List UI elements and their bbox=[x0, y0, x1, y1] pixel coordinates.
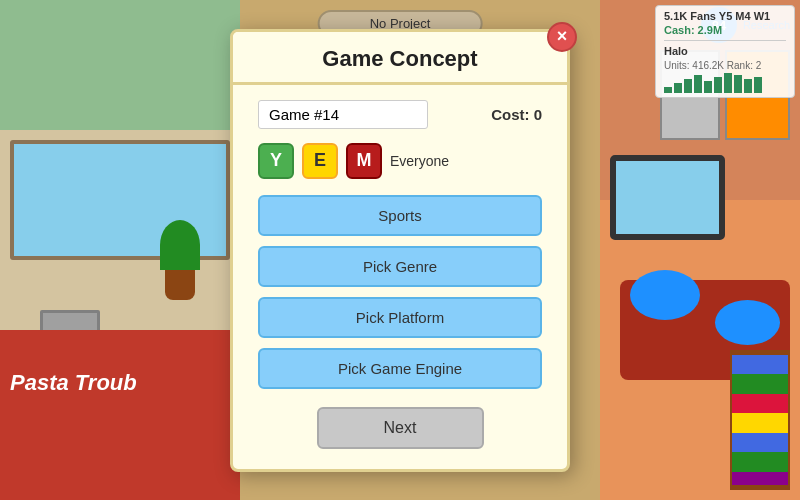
bar-7 bbox=[724, 73, 732, 93]
rating-m-button[interactable]: M bbox=[346, 143, 382, 179]
bar-2 bbox=[674, 83, 682, 93]
game-name-row: Cost: 0 bbox=[258, 100, 542, 129]
bar-8 bbox=[734, 75, 742, 93]
store-name: Pasta Troub bbox=[10, 370, 137, 396]
bar-3 bbox=[684, 79, 692, 93]
rating-y-label: Y bbox=[270, 150, 282, 171]
close-button[interactable]: × bbox=[547, 22, 577, 52]
chair2 bbox=[715, 300, 780, 345]
next-button[interactable]: Next bbox=[317, 407, 484, 449]
engine-button[interactable]: Pick Game Engine bbox=[258, 348, 542, 389]
game-name-input[interactable] bbox=[258, 100, 428, 129]
chair1 bbox=[630, 270, 700, 320]
bar-4 bbox=[694, 75, 702, 93]
left-room: Pasta Troub bbox=[0, 0, 240, 500]
rating-m-label: M bbox=[357, 150, 372, 171]
stats-game-name: Halo bbox=[664, 45, 688, 57]
stats-game-sub: Units: 416.2K Rank: 2 bbox=[664, 60, 761, 71]
bar-9 bbox=[744, 79, 752, 93]
stats-fans: 5.1K Fans Y5 M4 W1 bbox=[664, 10, 770, 22]
platform-label: Pick Platform bbox=[356, 309, 444, 326]
modal-title: Game Concept bbox=[322, 46, 477, 71]
bar-10 bbox=[754, 77, 762, 93]
modal-body: Cost: 0 Y E M Everyone Sports bbox=[233, 85, 567, 389]
bar-6 bbox=[714, 77, 722, 93]
stats-panel: 5.1K Fans Y5 M4 W1 Cash: 2.9M Halo Units… bbox=[655, 5, 795, 98]
game-concept-modal: × Game Concept Cost: 0 Y E M bbox=[230, 29, 570, 472]
rating-e-label: E bbox=[314, 150, 326, 171]
bar-5 bbox=[704, 81, 712, 93]
topic-button[interactable]: Sports bbox=[258, 195, 542, 236]
left-wall-red bbox=[0, 330, 240, 500]
rating-row: Y E M Everyone bbox=[258, 143, 542, 179]
genre-button[interactable]: Pick Genre bbox=[258, 246, 542, 287]
rating-y-button[interactable]: Y bbox=[258, 143, 294, 179]
close-icon: × bbox=[557, 26, 568, 47]
tv-screen bbox=[610, 155, 725, 240]
rating-e-button[interactable]: E bbox=[302, 143, 338, 179]
platform-button[interactable]: Pick Platform bbox=[258, 297, 542, 338]
halo-chart bbox=[664, 73, 786, 93]
plant bbox=[160, 220, 200, 300]
stats-cash: Cash: 2.9M bbox=[664, 24, 722, 36]
bar-1 bbox=[664, 87, 672, 93]
rating-everyone-label: Everyone bbox=[390, 153, 449, 169]
cost-label: Cost: 0 bbox=[491, 106, 542, 123]
modal-header: Game Concept bbox=[233, 32, 567, 85]
genre-label: Pick Genre bbox=[363, 258, 437, 275]
topic-label: Sports bbox=[378, 207, 421, 224]
engine-label: Pick Game Engine bbox=[338, 360, 462, 377]
bookshelf-books bbox=[732, 355, 788, 485]
next-label: Next bbox=[384, 419, 417, 436]
